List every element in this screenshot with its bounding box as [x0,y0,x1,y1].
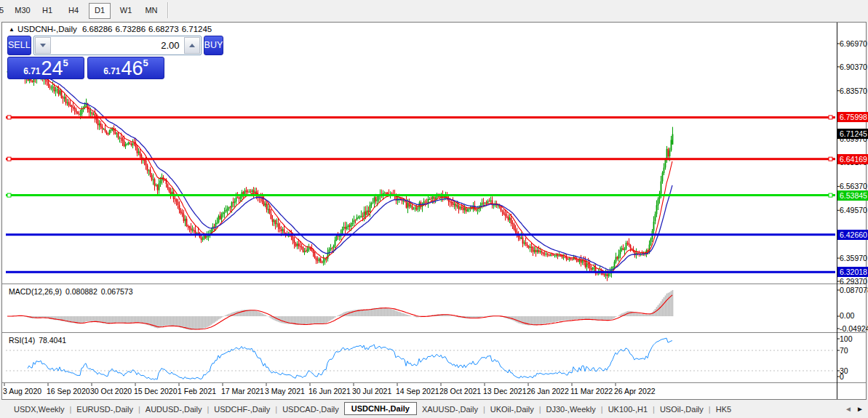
symbol-tab-bar: USDX,Weekly| EURUSD-,Daily| AUDUSD-,Dail… [0,401,868,418]
sell-price-display[interactable]: 6.71245 [7,57,84,79]
rsi-name: RSI(14) [9,336,35,345]
buy-price-sup: 5 [143,58,148,68]
tab-usdcad-daily[interactable]: USDCAD-,Daily [277,403,344,416]
tab-eurusd-daily[interactable]: EURUSD-,Daily [71,403,138,416]
volume-spinner [33,36,202,55]
date-tick: 3 Aug 2020 [3,387,41,395]
price-badge-pivot: 6.53845 [837,190,868,201]
date-tick: 30 Jul 2021 [352,387,391,395]
tab-usoil-daily[interactable]: USOil-,Daily [655,403,709,416]
price-tick: 6.90370 [840,63,868,71]
sell-price-big: 24 [41,59,63,79]
price-tick: 6.29370 [840,277,868,286]
tab-xauusd-daily[interactable]: XAUUSD-,Daily [417,403,483,416]
tab-usdchf-daily[interactable]: USDCHF-,Daily [209,403,275,416]
price-line-handle[interactable] [7,116,11,119]
tab-uk100-h1[interactable]: UK100-,H1 [603,403,653,416]
macd-signal-value: 0.067573 [101,287,133,296]
sell-button[interactable]: SELL [7,36,31,55]
tab-audusd-daily[interactable]: AUDUSD-,Daily [140,403,207,416]
ohlc-close: 6.71245 [182,25,212,33]
buy-button[interactable]: BUY [204,36,224,55]
buy-price-big: 46 [122,59,143,79]
date-tick: 11 Mar 2022 [570,387,613,395]
rsi-label-line: RSI(14)78.4041 [9,336,70,345]
chart-symbol-label: USDCNH-,Daily [17,25,77,33]
price-badge-resistance-2: 6.64169 [837,154,868,164]
macd-main-value: 0.080882 [65,287,97,296]
sell-price-sup: 5 [63,58,68,68]
tab-scroll-left-icon[interactable]: ◄ [845,405,852,413]
tab-scroll-right-icon[interactable]: ► [856,405,864,413]
price-line-handle[interactable] [829,116,832,119]
volume-decrease-button[interactable] [35,37,51,54]
rsi-axis-70: 70 [840,346,868,355]
tab-hk50[interactable]: HK5 [711,403,736,416]
price-line-handle[interactable] [7,193,11,197]
date-tick: 3 May 2021 [265,387,305,395]
volume-increase-button[interactable] [184,37,200,54]
price-badge-support-2: 6.32018 [837,267,868,277]
price-line-handle[interactable] [829,157,832,161]
price-line-handle[interactable] [829,193,832,197]
price-tick: 6.83570 [840,87,868,95]
price-tick: 6.96970 [840,39,868,48]
macd-axis-min: -0.0492471 [840,324,868,333]
macd-label-line: MACD(12,26,9)0.0808820.067573 [9,287,137,296]
rsi-axis-100: 100 [840,334,868,343]
tab-usdcnh-daily[interactable]: USDCNH-,Daily [344,402,417,415]
price-badge-resistance-1: 6.75998 [837,112,868,122]
date-tick: 30 Oct 2020 [90,387,132,395]
tab-dj30-weekly[interactable]: DJ30-,Weekly [541,403,601,416]
price-tick: 6.56370 [840,182,868,190]
macd-name: MACD(12,26,9) [9,287,62,296]
price-line-handle[interactable] [7,157,11,161]
ohlc-low: 6.68273 [148,25,179,33]
date-tick: 14 Sep 2021 [396,387,439,395]
triangle-up-icon [189,44,195,47]
date-tick: 17 Mar 2021 [221,387,264,395]
date-tick: 13 Dec 2021 [483,387,527,395]
sell-price-base: 6.71 [23,64,40,79]
rsi-value: 78.4041 [39,336,66,345]
one-click-trading-panel: SELL BUY 6.71245 6.71465 [7,36,166,79]
price-badge-support-1: 6.42660 [837,230,868,240]
tab-usdx-weekly[interactable]: USDX,Weekly [9,403,69,416]
date-tick: 16 Jun 2021 [308,387,351,395]
tab-ukoil-daily[interactable]: UKOil-,Daily [485,403,539,416]
rsi-axis-0: 0 [840,372,868,381]
buy-price-base: 6.71 [103,64,120,79]
date-tick: 1 Feb 2021 [178,387,216,395]
price-badge-current: 6.71245 [837,129,868,139]
macd-axis-zero: 0.00 [840,311,868,320]
date-tick: 26 Apr 2022 [614,387,656,395]
date-tick: 15 Dec 2020 [134,387,178,395]
volume-input[interactable] [52,36,183,55]
chart-title: ▲USDCNH-,Daily 6.682866.732866.682736.71… [9,25,215,33]
buy-price-display[interactable]: 6.71465 [87,57,164,79]
ohlc-high: 6.73286 [115,25,146,33]
macd-axis-max: 0.087078 [840,286,868,294]
date-tick: 16 Sep 2020 [47,387,90,395]
triangle-down-icon [40,44,46,47]
date-tick: 28 Oct 2021 [439,387,481,395]
collapse-panel-icon[interactable]: ▲ [9,26,15,33]
price-tick: 6.35970 [840,254,868,262]
date-tick: 26 Jan 2022 [527,387,569,395]
ohlc-open: 6.68286 [82,25,113,33]
price-tick: 6.49570 [840,206,868,214]
